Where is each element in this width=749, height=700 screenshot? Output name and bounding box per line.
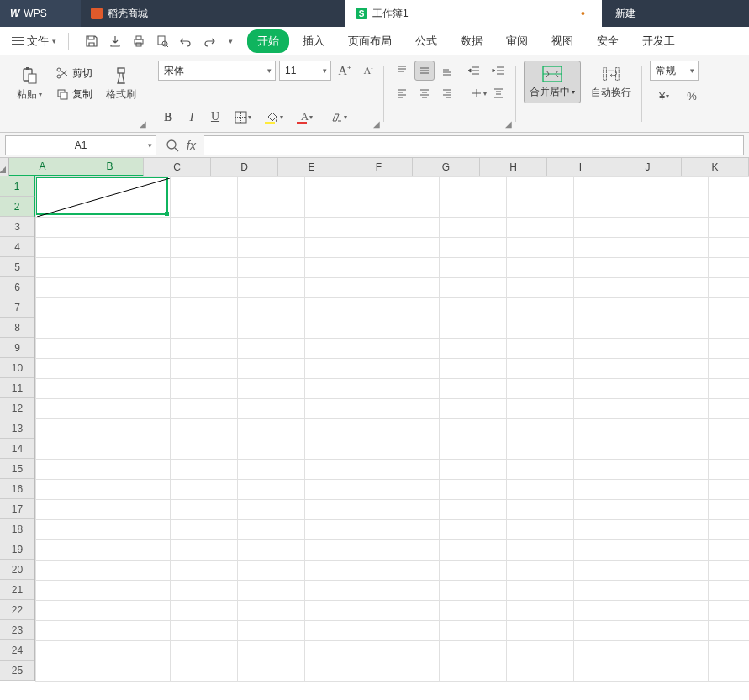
save-button[interactable]	[82, 32, 101, 50]
row-header[interactable]: 16	[0, 479, 34, 499]
row-header[interactable]: 8	[0, 318, 34, 338]
increase-indent-button[interactable]	[488, 61, 509, 81]
row-header[interactable]: 6	[0, 277, 34, 297]
app-tab-wps[interactable]: W WPS	[0, 0, 81, 27]
align-right-button[interactable]	[437, 83, 457, 103]
row-header[interactable]: 24	[0, 640, 34, 661]
row-header[interactable]: 22	[0, 600, 34, 620]
print-preview-button[interactable]	[153, 32, 171, 50]
tab-data[interactable]: 数据	[451, 29, 493, 53]
distribute-button[interactable]	[488, 83, 509, 103]
col-header[interactable]: E	[278, 158, 345, 176]
clear-format-button[interactable]: ▾	[324, 107, 353, 127]
row-header[interactable]: 3	[0, 217, 34, 237]
merge-center-button[interactable]: 合并居中▾	[524, 61, 581, 103]
decrease-font-button[interactable]: A-	[358, 61, 378, 81]
italic-button[interactable]: I	[182, 107, 202, 127]
col-header[interactable]: C	[144, 158, 211, 176]
redo-button[interactable]	[200, 32, 219, 50]
col-header[interactable]: H	[480, 158, 547, 176]
tab-pagelayout[interactable]: 页面布局	[338, 29, 402, 53]
font-name-combo[interactable]: 宋体 ▾	[158, 61, 276, 81]
align-center-button[interactable]	[414, 83, 435, 103]
print-button[interactable]	[129, 32, 148, 50]
row-header[interactable]: 19	[0, 539, 34, 560]
font-color-button[interactable]: A▾	[293, 107, 321, 127]
row-header[interactable]: 18	[0, 519, 34, 539]
row-header[interactable]: 11	[0, 378, 34, 398]
row-header[interactable]: 10	[0, 358, 34, 378]
row-header[interactable]: 13	[0, 418, 34, 439]
percent-button[interactable]: %	[682, 86, 702, 106]
group-launcher-icon[interactable]: ◢	[140, 119, 146, 129]
increase-font-button[interactable]: A+	[335, 61, 355, 81]
file-menu-button[interactable]: 文件 ▾	[7, 30, 61, 52]
col-header[interactable]: I	[547, 158, 614, 176]
row-header[interactable]: 20	[0, 560, 34, 580]
col-header[interactable]: A	[9, 158, 76, 176]
tab-developer[interactable]: 开发工	[632, 29, 685, 53]
undo-button[interactable]	[177, 32, 195, 50]
formula-input[interactable]	[204, 135, 744, 155]
row-header[interactable]: 15	[0, 459, 34, 479]
select-all-corner[interactable]	[0, 158, 9, 176]
app-tab-mall[interactable]: 稻壳商城	[81, 0, 345, 27]
col-header[interactable]: B	[76, 158, 144, 176]
name-box[interactable]: A1 ▾	[5, 135, 156, 155]
tab-security[interactable]: 安全	[587, 29, 629, 53]
currency-button[interactable]: ¥▾	[650, 86, 678, 106]
cells-area[interactable]	[35, 176, 749, 681]
format-painter-button[interactable]: 格式刷	[101, 62, 141, 105]
zoom-to-selection-icon[interactable]	[165, 138, 180, 153]
qat-more-button[interactable]: ▾	[224, 32, 237, 50]
col-header[interactable]: K	[682, 158, 749, 176]
tab-review[interactable]: 审阅	[496, 29, 538, 53]
cut-button[interactable]: 剪切	[52, 65, 96, 82]
row-header[interactable]: 4	[0, 237, 34, 257]
row-header[interactable]: 14	[0, 439, 34, 459]
align-top-button[interactable]	[392, 61, 412, 81]
row-header[interactable]: 12	[0, 398, 34, 418]
row-header[interactable]: 21	[0, 580, 34, 600]
col-header[interactable]: F	[345, 158, 413, 176]
wrap-text-button[interactable]: 自动换行	[586, 61, 636, 103]
row-header[interactable]: 23	[0, 620, 34, 640]
fill-color-button[interactable]: ▾	[261, 107, 289, 127]
tab-formula[interactable]: 公式	[405, 29, 447, 53]
app-tab-document[interactable]: S 工作簿1 •	[345, 0, 602, 27]
border-button[interactable]: ▾	[229, 107, 257, 127]
row-header[interactable]: 7	[0, 297, 34, 318]
bold-button[interactable]: B	[158, 107, 178, 127]
decrease-indent-button[interactable]	[464, 61, 484, 81]
tab-insert[interactable]: 插入	[293, 29, 335, 53]
copy-button[interactable]: 复制	[52, 86, 96, 103]
row-header[interactable]: 2	[0, 197, 35, 217]
export-button[interactable]	[106, 32, 124, 50]
group-launcher-icon[interactable]: ◢	[373, 119, 380, 129]
row-header[interactable]: 9	[0, 338, 34, 358]
svg-rect-6	[26, 67, 29, 70]
merge-label: 合并居中	[530, 85, 570, 99]
row-header[interactable]: 5	[0, 257, 34, 277]
align-bottom-button[interactable]	[437, 61, 457, 81]
row-header[interactable]: 1	[0, 176, 35, 197]
col-header[interactable]: G	[413, 158, 480, 176]
font-size-value: 11	[285, 65, 296, 76]
font-size-combo[interactable]: 11 ▾	[279, 61, 331, 81]
row-header[interactable]: 17	[0, 499, 34, 519]
chevron-down-icon: ▾	[267, 66, 272, 75]
align-middle-button[interactable]	[414, 61, 435, 81]
fx-label[interactable]: fx	[187, 139, 196, 152]
app-tab-new[interactable]: 新建	[602, 0, 649, 27]
col-header[interactable]: J	[614, 158, 682, 176]
align-left-button[interactable]	[392, 83, 412, 103]
col-header[interactable]: D	[211, 158, 278, 176]
tab-start[interactable]: 开始	[247, 29, 289, 53]
group-launcher-icon[interactable]: ◢	[505, 119, 512, 129]
menu-bar: 文件 ▾ ▾ 开始 插入 页面布局 公式 数据 审阅 视图 安全 开发工	[0, 27, 749, 55]
paste-button[interactable]: 粘贴▾	[12, 62, 47, 105]
underline-button[interactable]: U	[205, 107, 225, 127]
row-header[interactable]: 25	[0, 661, 34, 681]
tab-view[interactable]: 视图	[541, 29, 583, 53]
number-format-combo[interactable]: 常规 ▾	[650, 61, 699, 81]
